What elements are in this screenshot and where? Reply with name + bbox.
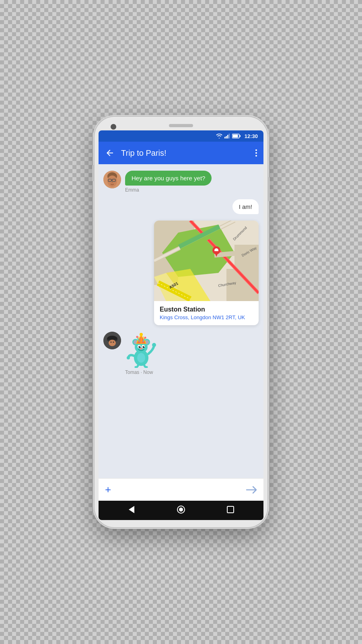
back-nav-button[interactable] bbox=[127, 505, 136, 516]
svg-point-42 bbox=[111, 342, 112, 343]
navigation-bar bbox=[99, 501, 263, 520]
svg-rect-73 bbox=[227, 506, 234, 513]
power-button bbox=[268, 177, 270, 201]
svg-point-41 bbox=[109, 340, 116, 346]
svg-point-66 bbox=[140, 346, 140, 347]
svg-point-61 bbox=[144, 337, 146, 339]
svg-point-64 bbox=[139, 346, 141, 348]
recents-nav-button[interactable] bbox=[226, 505, 235, 516]
svg-rect-3 bbox=[228, 134, 230, 138]
svg-point-46 bbox=[127, 356, 130, 359]
input-bar: + bbox=[99, 478, 263, 501]
svg-point-67 bbox=[144, 346, 144, 347]
emma-message-text: Hey are you guys here yet? bbox=[132, 175, 205, 182]
speaker bbox=[169, 124, 193, 127]
svg-rect-2 bbox=[227, 135, 228, 138]
svg-rect-0 bbox=[224, 137, 226, 138]
svg-marker-70 bbox=[129, 506, 134, 513]
me-bubble: I am! bbox=[232, 199, 259, 214]
svg-point-57 bbox=[140, 333, 143, 336]
emma-sender-name: Emma bbox=[125, 187, 139, 193]
phone-shell: 12:30 Trip to Paris! bbox=[95, 117, 267, 527]
tomas-sticker bbox=[125, 332, 157, 368]
status-bar: 12:30 bbox=[99, 130, 263, 142]
send-button[interactable] bbox=[246, 485, 257, 495]
app-bar: Trip to Paris! bbox=[99, 142, 263, 164]
message-row-location: Drummond Doric Way Churchway A501 bbox=[103, 221, 259, 325]
svg-point-13 bbox=[111, 182, 113, 184]
message-row-me: I am! bbox=[103, 199, 259, 214]
tomas-msg-col: Tomas · Now bbox=[125, 332, 157, 375]
svg-point-68 bbox=[140, 348, 142, 349]
status-time: 12:30 bbox=[245, 133, 258, 139]
signal-icon bbox=[224, 134, 230, 138]
add-button[interactable]: + bbox=[105, 483, 111, 496]
map-visual: Drummond Doric Way Churchway A501 bbox=[154, 221, 259, 301]
svg-rect-1 bbox=[226, 136, 227, 138]
battery-icon bbox=[232, 134, 241, 138]
svg-point-59 bbox=[136, 336, 138, 338]
message-row-emma: Hey are you guys here yet? Emma bbox=[103, 171, 259, 193]
status-icons: 12:30 bbox=[216, 133, 258, 139]
map-info: Euston Station Kings Cross, Longdon NW1 … bbox=[154, 301, 259, 325]
emma-bubble: Hey are you guys here yet? bbox=[125, 171, 212, 186]
camera bbox=[111, 124, 116, 130]
emma-msg-col: Hey are you guys here yet? Emma bbox=[125, 171, 212, 193]
home-nav-button[interactable] bbox=[177, 505, 185, 516]
svg-point-45 bbox=[152, 343, 156, 347]
place-addr: Kings Cross, Longdon NW1 2RT, UK bbox=[160, 314, 253, 320]
avatar-emma bbox=[103, 171, 121, 188]
svg-point-43 bbox=[113, 342, 114, 343]
back-button[interactable] bbox=[105, 148, 115, 158]
tomas-sender-label: Tomas · Now bbox=[125, 369, 153, 375]
app-title: Trip to Paris! bbox=[121, 149, 249, 158]
avatar-tomas bbox=[103, 332, 121, 349]
phone-top-bar bbox=[99, 124, 263, 127]
svg-point-65 bbox=[143, 346, 145, 348]
chat-area: Hey are you guys here yet? Emma I am! bbox=[99, 164, 263, 478]
svg-rect-5 bbox=[232, 135, 238, 138]
me-msg-col: I am! bbox=[232, 199, 259, 214]
message-input[interactable] bbox=[111, 483, 246, 497]
message-row-tomas: Tomas · Now bbox=[103, 332, 259, 375]
place-name: Euston Station bbox=[160, 306, 253, 313]
svg-point-69 bbox=[137, 353, 145, 363]
wifi-icon bbox=[216, 134, 222, 138]
location-card[interactable]: Drummond Doric Way Churchway A501 bbox=[154, 221, 259, 325]
phone-screen: 12:30 Trip to Paris! bbox=[99, 130, 263, 520]
svg-rect-6 bbox=[240, 135, 241, 137]
volume-button bbox=[92, 165, 94, 181]
svg-point-72 bbox=[179, 508, 183, 511]
me-message-text: I am! bbox=[239, 203, 252, 210]
more-menu-button[interactable] bbox=[255, 149, 257, 157]
